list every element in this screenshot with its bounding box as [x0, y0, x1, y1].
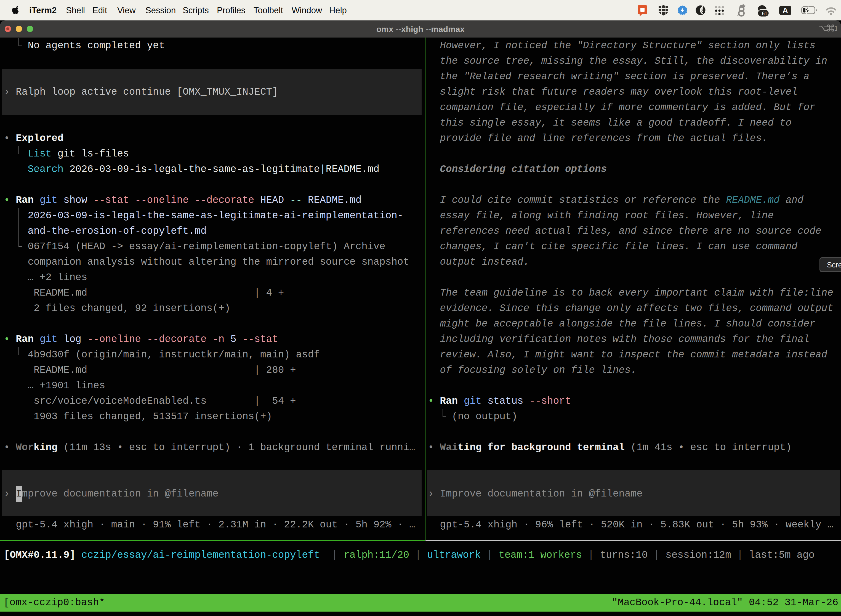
svg-text:1: 1 [834, 24, 837, 32]
svg-text:..61: ..61 [759, 11, 767, 16]
